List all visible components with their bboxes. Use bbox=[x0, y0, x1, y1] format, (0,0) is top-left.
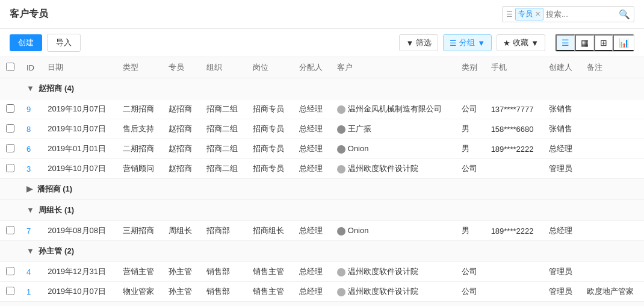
group-row[interactable]: ▼ 孙主管 (2) bbox=[0, 241, 644, 262]
row-assignee: 总经理 bbox=[293, 221, 331, 241]
row-specialist: 孙主管 bbox=[163, 262, 200, 282]
row-org: 招商二组 bbox=[200, 139, 247, 159]
create-button[interactable]: 创建 bbox=[10, 34, 42, 51]
row-phone bbox=[485, 282, 543, 302]
row-checkbox[interactable] bbox=[6, 124, 14, 133]
row-position: 招商组长 bbox=[247, 221, 293, 241]
group-row[interactable]: ▼ 周组长 (1) bbox=[0, 200, 644, 221]
row-assignee: 总经理 bbox=[293, 262, 331, 282]
col-specialist: 专员 bbox=[163, 57, 200, 78]
row-checkbox-cell bbox=[0, 282, 20, 302]
row-date: 2019年10月07日 bbox=[42, 282, 117, 302]
table-container: ID 日期 类型 专员 组织 岗位 分配人 客户 类别 手机 创建人 备注 ▼ bbox=[0, 57, 644, 306]
row-customer: Onion bbox=[331, 139, 456, 159]
row-position: 招商专员 bbox=[247, 99, 293, 119]
col-assignee: 分配人 bbox=[293, 57, 331, 78]
customer-icon bbox=[337, 268, 345, 276]
row-type: 营销主管 bbox=[117, 262, 163, 282]
table-header-row: ID 日期 类型 专员 组织 岗位 分配人 客户 类别 手机 创建人 备注 bbox=[0, 57, 644, 78]
page-header: 客户专员 ☰ 专员 ✕ 🔍 bbox=[0, 0, 644, 29]
row-customer: Onion bbox=[331, 221, 456, 241]
table-row: 7 2019年08月08日 三期招商 周组长 招商部 招商组长 总经理 Onio… bbox=[0, 221, 644, 241]
import-button[interactable]: 导入 bbox=[47, 34, 81, 52]
row-id[interactable]: 4 bbox=[20, 262, 42, 282]
row-creator: 总经理 bbox=[543, 221, 581, 241]
grid-view-button[interactable]: ⊞ bbox=[594, 34, 613, 51]
star-icon: ★ bbox=[503, 39, 510, 48]
row-note bbox=[581, 99, 644, 119]
row-org: 招商部 bbox=[200, 221, 247, 241]
group-row[interactable]: ▼ 赵招商 (4) bbox=[0, 78, 644, 99]
group-label: ▼ 赵招商 (4) bbox=[20, 78, 644, 99]
customer-icon bbox=[337, 105, 345, 114]
filter-label: 筛选 bbox=[416, 37, 432, 48]
row-type: 物业管家 bbox=[117, 282, 163, 302]
filter-button[interactable]: ▼ 筛选 bbox=[399, 34, 438, 51]
row-type: 三期招商 bbox=[117, 221, 163, 241]
row-creator: 管理员 bbox=[543, 262, 581, 282]
group-row[interactable]: ▶ 潘招商 (1) bbox=[0, 179, 644, 200]
row-note bbox=[581, 221, 644, 241]
row-checkbox[interactable] bbox=[6, 104, 14, 113]
row-date: 2019年10月07日 bbox=[42, 99, 117, 119]
chart-view-button[interactable]: 📊 bbox=[613, 34, 634, 51]
header-checkbox-cell bbox=[0, 57, 20, 78]
col-note: 备注 bbox=[581, 57, 644, 78]
col-creator: 创建人 bbox=[543, 57, 581, 78]
row-checkbox[interactable] bbox=[6, 144, 14, 152]
row-id[interactable]: 7 bbox=[20, 221, 42, 241]
col-org: 组织 bbox=[200, 57, 247, 78]
row-date: 2019年10月07日 bbox=[42, 159, 117, 179]
row-specialist: 赵招商 bbox=[163, 139, 200, 159]
row-checkbox[interactable] bbox=[6, 267, 14, 275]
row-customer: 温州欧度软件设计院 bbox=[331, 262, 456, 282]
row-id[interactable]: 1 bbox=[20, 282, 42, 302]
list-view-button[interactable]: ☰ bbox=[556, 34, 575, 51]
row-checkbox[interactable] bbox=[6, 287, 14, 295]
row-id[interactable]: 3 bbox=[20, 159, 42, 179]
row-checkbox[interactable] bbox=[6, 164, 14, 172]
page-container: 客户专员 ☰ 专员 ✕ 🔍 创建 导入 ▼ 筛选 ☰ 分组 ▼ ★ 收藏 ▼ bbox=[0, 0, 644, 306]
row-org: 招商二组 bbox=[200, 159, 247, 179]
favorite-button[interactable]: ★ 收藏 ▼ bbox=[497, 34, 545, 51]
row-note: 欧度地产管家 bbox=[581, 282, 644, 302]
col-category: 类别 bbox=[456, 57, 485, 78]
group-label: ▼ 周组长 (1) bbox=[20, 200, 644, 221]
row-checkbox[interactable] bbox=[6, 226, 14, 234]
row-id[interactable]: 8 bbox=[20, 119, 42, 139]
row-id[interactable]: 6 bbox=[20, 139, 42, 159]
select-all-checkbox[interactable] bbox=[6, 63, 14, 71]
customer-icon bbox=[337, 227, 345, 236]
row-note bbox=[581, 159, 644, 179]
col-type: 类型 bbox=[117, 57, 163, 78]
customer-icon bbox=[337, 125, 345, 134]
search-input[interactable] bbox=[546, 10, 594, 19]
row-specialist: 孙主管 bbox=[163, 282, 200, 302]
row-type: 售后支持 bbox=[117, 119, 163, 139]
customer-icon bbox=[337, 288, 345, 296]
favorite-label: 收藏 bbox=[513, 37, 528, 48]
group-label: 分组 bbox=[459, 37, 475, 48]
row-type: 二期招商 bbox=[117, 99, 163, 119]
customer-icon bbox=[337, 145, 345, 154]
row-category: 公司 bbox=[456, 262, 485, 282]
row-position: 招商专员 bbox=[247, 159, 293, 179]
row-position: 招商专员 bbox=[247, 119, 293, 139]
group-label: ▶ 李销售 (1) bbox=[20, 302, 644, 307]
search-tag-close[interactable]: ✕ bbox=[535, 10, 540, 18]
calendar-view-button[interactable]: ▦ bbox=[575, 34, 594, 51]
view-icons: ☰ ▦ ⊞ 📊 bbox=[555, 34, 634, 52]
toolbar: 创建 导入 ▼ 筛选 ☰ 分组 ▼ ★ 收藏 ▼ ☰ ▦ ⊞ 📊 bbox=[0, 29, 644, 57]
row-date: 2019年12月31日 bbox=[42, 262, 117, 282]
row-category: 男 bbox=[456, 221, 485, 241]
group-button[interactable]: ☰ 分组 ▼ bbox=[443, 34, 492, 51]
row-position: 招商专员 bbox=[247, 139, 293, 159]
row-specialist: 周组长 bbox=[163, 221, 200, 241]
row-org: 销售部 bbox=[200, 262, 247, 282]
row-id[interactable]: 9 bbox=[20, 99, 42, 119]
row-checkbox-cell bbox=[0, 99, 20, 119]
row-checkbox-cell bbox=[0, 262, 20, 282]
search-icon[interactable]: 🔍 bbox=[619, 9, 630, 20]
row-position: 销售主管 bbox=[247, 262, 293, 282]
group-row[interactable]: ▶ 李销售 (1) bbox=[0, 302, 644, 307]
